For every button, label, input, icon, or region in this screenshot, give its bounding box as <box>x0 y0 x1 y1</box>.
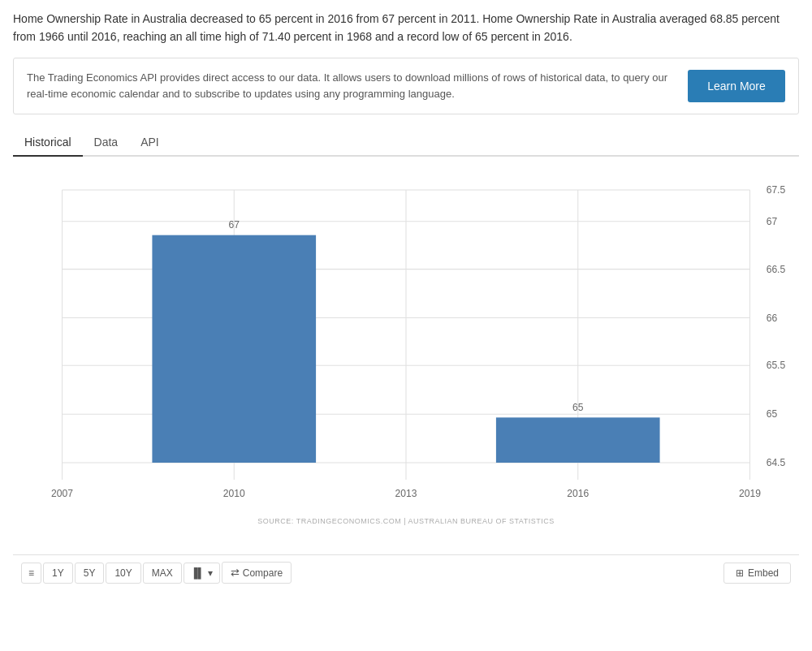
chart-area: 67 65 2007 2010 2013 2016 2019 64.5 65 6… <box>13 165 799 550</box>
tabs-container: Historical Data API <box>13 129 799 157</box>
svg-text:2013: 2013 <box>395 488 417 499</box>
svg-text:2010: 2010 <box>223 488 245 499</box>
learn-more-button[interactable]: Learn More <box>688 70 785 102</box>
10y-button[interactable]: 10Y <box>106 563 140 584</box>
compare-button[interactable]: ⇄ Compare <box>222 562 292 584</box>
source-text: SOURCE: TRADINGECONOMICS.COM | AUSTRALIA… <box>13 517 799 525</box>
tab-historical[interactable]: Historical <box>13 129 83 157</box>
bar-2016 <box>496 417 660 463</box>
tab-api[interactable]: API <box>129 129 171 157</box>
svg-text:65.5: 65.5 <box>767 360 786 371</box>
1y-button[interactable]: 1Y <box>43 563 73 584</box>
svg-text:2019: 2019 <box>739 488 761 499</box>
api-banner-text: The Trading Economics API provides direc… <box>27 70 672 102</box>
embed-icon: ⊞ <box>736 567 744 579</box>
svg-text:2007: 2007 <box>51 488 73 499</box>
embed-button[interactable]: ⊞ Embed <box>723 563 791 584</box>
api-banner: The Trading Economics API provides direc… <box>13 58 799 114</box>
svg-text:65: 65 <box>572 402 584 413</box>
embed-label: Embed <box>748 567 779 579</box>
svg-text:65: 65 <box>767 408 778 420</box>
svg-text:67: 67 <box>229 219 240 231</box>
chart-type-button[interactable]: ▐▌ ▾ <box>184 563 220 584</box>
svg-text:2016: 2016 <box>567 488 589 499</box>
svg-text:64.5: 64.5 <box>767 457 786 468</box>
chart-svg-container: 67 65 2007 2010 2013 2016 2019 64.5 65 6… <box>13 173 799 514</box>
compare-label: Compare <box>243 567 283 579</box>
svg-text:66: 66 <box>767 313 778 324</box>
toolbar: ≡ 1Y 5Y 10Y MAX ▐▌ ▾ ⇄ Compare ⊞ Embed <box>13 554 799 590</box>
bar-chart: 67 65 2007 2010 2013 2016 2019 64.5 65 6… <box>13 173 799 514</box>
svg-text:67: 67 <box>767 216 778 227</box>
tab-data[interactable]: Data <box>83 129 130 157</box>
bar-2010 <box>152 235 316 463</box>
list-icon-button[interactable]: ≡ <box>21 563 41 584</box>
dropdown-arrow: ▾ <box>208 567 213 579</box>
main-container: Home Ownership Rate in Australia decreas… <box>0 0 812 600</box>
max-button[interactable]: MAX <box>143 563 182 584</box>
compare-icon: ⇄ <box>231 567 240 579</box>
5y-button[interactable]: 5Y <box>75 563 105 584</box>
svg-text:67.5: 67.5 <box>767 184 786 196</box>
chart-type-icon: ▐▌ <box>191 567 205 579</box>
svg-text:66.5: 66.5 <box>767 264 786 275</box>
description-text: Home Ownership Rate in Australia decreas… <box>13 10 799 46</box>
